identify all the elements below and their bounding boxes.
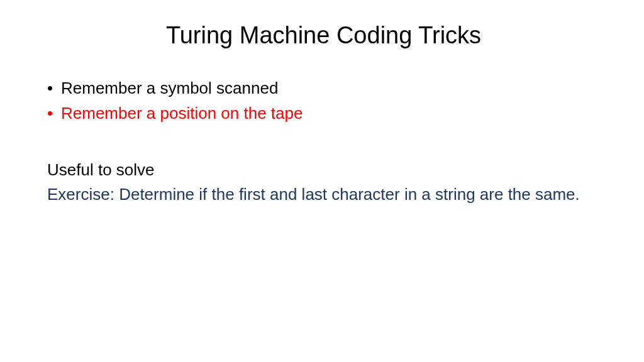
subtitle-text: Useful to solve xyxy=(47,159,600,181)
bullet-item-1: Remember a symbol scanned xyxy=(47,77,600,99)
exercise-text: Exercise: Determine if the first and las… xyxy=(47,184,600,205)
bullet-list: Remember a symbol scanned Remember a pos… xyxy=(47,77,600,124)
bullet-item-2: Remember a position on the tape xyxy=(47,102,600,124)
slide-content: Remember a symbol scanned Remember a pos… xyxy=(47,77,600,206)
slide-title: Turing Machine Coding Tricks xyxy=(47,22,600,49)
